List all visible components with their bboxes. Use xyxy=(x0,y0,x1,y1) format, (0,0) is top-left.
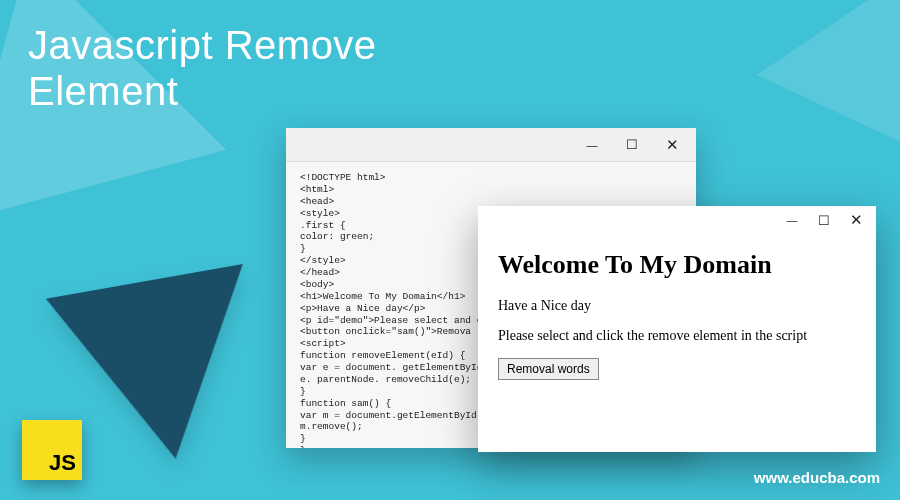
site-url: www.educba.com xyxy=(754,469,880,486)
result-body: Welcome To My Domain Have a Nice day Ple… xyxy=(478,234,876,396)
decor-triangle xyxy=(757,0,900,151)
maximize-icon[interactable] xyxy=(808,206,840,234)
minimize-icon[interactable] xyxy=(776,206,808,234)
result-paragraph: Have a Nice day xyxy=(498,298,856,314)
close-icon[interactable] xyxy=(840,206,872,234)
close-icon[interactable] xyxy=(652,128,692,161)
code-window-titlebar xyxy=(286,128,696,162)
js-logo-text: JS xyxy=(49,450,76,476)
minimize-icon[interactable] xyxy=(572,128,612,161)
result-window-titlebar xyxy=(478,206,876,234)
result-window: Welcome To My Domain Have a Nice day Ple… xyxy=(478,206,876,452)
result-heading: Welcome To My Domain xyxy=(498,250,856,280)
result-paragraph: Please select and click the remove eleme… xyxy=(498,328,856,344)
js-logo-icon: JS xyxy=(22,420,82,480)
page-title: Javascript Remove Element xyxy=(28,22,377,114)
maximize-icon[interactable] xyxy=(612,128,652,161)
removal-words-button[interactable]: Removal words xyxy=(498,358,599,380)
